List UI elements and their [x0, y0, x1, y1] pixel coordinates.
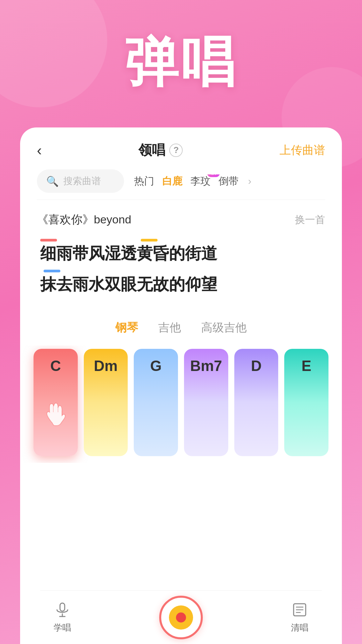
tag-new-badge: 新	[207, 174, 220, 177]
record-inner	[169, 605, 193, 630]
hand-pointer-icon	[42, 399, 69, 436]
record-dot	[176, 612, 186, 623]
search-box[interactable]: 🔍 搜索曲谱	[37, 169, 124, 193]
lyric-line-2: 抹去雨水双眼无故的仰望	[40, 272, 322, 297]
chord-dm[interactable]: Dm	[84, 349, 128, 456]
tab-advanced-guitar[interactable]: 高级吉他	[201, 320, 247, 335]
header-title-group: 领唱 ?	[138, 141, 183, 159]
chord-g-label: G	[150, 358, 162, 374]
lyrics-section: 细雨带风湿透黄昏的街道 抹去雨水双眼无故的仰望	[20, 231, 342, 313]
lyric-text-2: 抹去雨水双眼无故的仰望	[40, 272, 322, 297]
tab-piano[interactable]: 钢琴	[115, 320, 138, 335]
tag-daidai[interactable]: 倒带	[219, 174, 239, 188]
search-section: 🔍 搜索曲谱 热门 白鹿 李玟 新 倒带 ›	[20, 166, 342, 200]
tag-hot[interactable]: 热门	[134, 174, 154, 188]
chord-bm7[interactable]: Bm7	[184, 349, 228, 456]
upload-button[interactable]: 上传曲谱	[280, 143, 325, 158]
clear-label: 清唱	[291, 622, 308, 634]
help-button[interactable]: ?	[169, 144, 183, 157]
clear-singing-item[interactable]: 清唱	[291, 601, 308, 634]
lyric-mark-blue	[44, 270, 60, 272]
chord-e-label: E	[302, 358, 311, 374]
chord-section: C Dm G Bm7 D	[20, 345, 342, 463]
chord-d[interactable]: D	[234, 349, 279, 456]
song-name: 《喜欢你》beyond	[37, 212, 131, 227]
chord-e[interactable]: E	[284, 349, 328, 456]
lyric-text-1: 细雨带风湿透黄昏的街道	[40, 241, 322, 266]
lyric-mark-red	[40, 239, 57, 241]
svg-rect-0	[60, 603, 65, 611]
card-header: ‹ 领唱 ? 上传曲谱	[20, 127, 342, 166]
tag-liying-wrap[interactable]: 李玟 新	[190, 174, 210, 188]
search-placeholder: 搜索曲谱	[63, 175, 101, 187]
chord-c[interactable]: C	[34, 349, 78, 456]
song-info: 《喜欢你》beyond 换一首	[20, 200, 342, 231]
search-icon: 🔍	[46, 175, 59, 187]
chord-g[interactable]: G	[134, 349, 178, 456]
lyric-line-1: 细雨带风湿透黄昏的街道	[40, 241, 322, 266]
tag-list: 热门 白鹿 李玟 新 倒带 ›	[134, 174, 325, 188]
main-card: ‹ 领唱 ? 上传曲谱 🔍 搜索曲谱 热门 白鹿 李玟 新 倒带 › 《喜欢你》…	[20, 127, 342, 644]
tab-guitar[interactable]: 吉他	[158, 320, 181, 335]
tag-bailu[interactable]: 白鹿	[162, 174, 182, 188]
chord-c-label: C	[50, 358, 61, 374]
chord-dm-label: Dm	[94, 358, 118, 374]
lyric-mark-yellow	[141, 239, 158, 241]
header-title-text: 领唱	[138, 141, 165, 159]
microphone-icon	[54, 601, 71, 619]
page-title: 弹唱	[0, 27, 362, 99]
instrument-tabs: 钢琴 吉他 高级吉他	[20, 313, 342, 345]
chord-d-label: D	[251, 358, 262, 374]
change-song-button[interactable]: 换一首	[295, 213, 325, 227]
score-icon	[291, 601, 308, 619]
tag-liying: 李玟	[190, 174, 210, 188]
learn-label: 学唱	[54, 622, 71, 634]
chord-bm7-label: Bm7	[190, 358, 222, 374]
back-button[interactable]: ‹	[37, 142, 42, 159]
record-button[interactable]	[159, 596, 203, 639]
tag-more-arrow[interactable]: ›	[248, 175, 251, 187]
learn-singing-item[interactable]: 学唱	[54, 601, 71, 634]
bottom-nav: 学唱 清唱	[40, 590, 322, 644]
